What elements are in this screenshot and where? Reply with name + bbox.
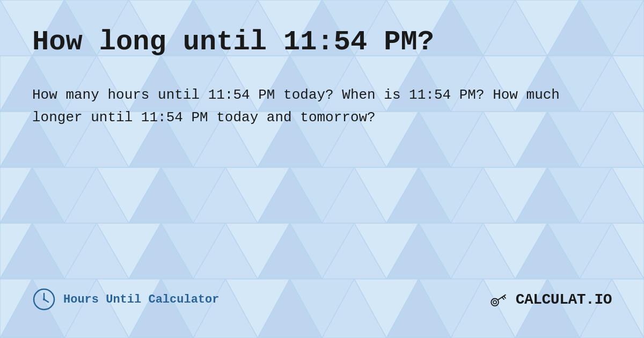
- calculator-icon: [490, 289, 510, 310]
- svg-point-131: [491, 298, 499, 306]
- page-title: How long until 11:54 PM?: [32, 27, 612, 57]
- footer-right: CALCULAT.IO: [490, 289, 612, 310]
- svg-point-130: [43, 298, 45, 300]
- page-description: How many hours until 11:54 PM today? Whe…: [32, 84, 612, 129]
- svg-line-134: [503, 296, 505, 298]
- clock-icon: [32, 288, 56, 311]
- svg-point-132: [493, 300, 496, 304]
- footer-brand-label: Hours Until Calculator: [63, 293, 219, 306]
- footer-left: Hours Until Calculator: [32, 288, 219, 311]
- footer: Hours Until Calculator CALCULAT.IO: [32, 288, 612, 317]
- svg-line-135: [502, 297, 503, 299]
- brand-name: CALCULAT.IO: [516, 291, 612, 308]
